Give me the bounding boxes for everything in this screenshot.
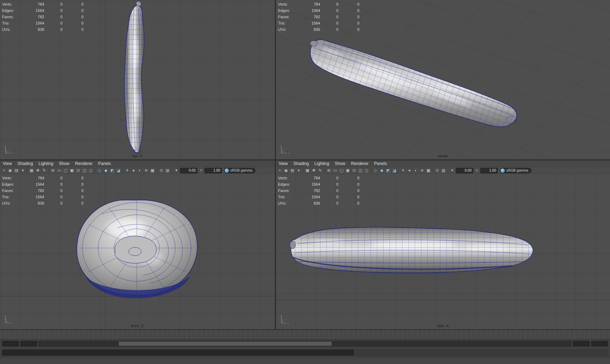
grease-pencil-icon[interactable]: ✎ (317, 168, 323, 173)
safe-title-icon[interactable]: ◻ (88, 168, 94, 173)
lights-icon[interactable]: ☀ (400, 168, 406, 173)
exposure-field[interactable]: 0.00 (456, 168, 473, 173)
hud-stat-col3: 0 (62, 8, 83, 13)
color-management-icon (225, 169, 229, 173)
bookmarks-icon[interactable]: ▾ (20, 168, 26, 173)
film-gate-icon[interactable]: ▭ (56, 168, 62, 173)
default-material-icon[interactable]: ◪ (116, 168, 121, 173)
shadows-icon[interactable]: ● (407, 168, 412, 173)
multisample-icon[interactable]: ▩ (150, 168, 155, 173)
safe-action-icon[interactable]: ◫ (358, 168, 363, 173)
gamma-icon[interactable]: ✧ (474, 168, 480, 173)
gate-mask-icon[interactable]: ▣ (69, 168, 75, 173)
menu-lighting[interactable]: Lighting (39, 161, 53, 166)
toolbar-separator (399, 168, 399, 173)
select-camera-icon[interactable]: ⌖ (277, 168, 283, 173)
field-chart-icon[interactable]: ⊡ (351, 168, 357, 173)
shaded-icon[interactable]: ◆ (379, 168, 385, 173)
range-slider[interactable] (39, 341, 571, 346)
menu-lighting[interactable]: Lighting (314, 161, 329, 166)
menu-panels[interactable]: Panels (98, 161, 111, 166)
lock-camera-icon[interactable]: ◉ (283, 168, 289, 173)
hud-row: Tris:156400 (278, 194, 359, 200)
menu-panels[interactable]: Panels (374, 161, 387, 166)
hud-stat-col2: 0 (44, 15, 62, 19)
exposure-field[interactable]: 0.00 (180, 168, 197, 173)
camera-attributes-icon[interactable]: ▤ (290, 168, 295, 173)
heads-up-display: Verts:78400Edges:156400Faces:78200Tris:1… (2, 175, 83, 206)
occlusion-icon[interactable]: ◐ (413, 168, 419, 173)
grid-icon[interactable]: ⊞ (326, 168, 332, 173)
hud-stat-value: 1564 (25, 8, 44, 13)
isolate-select-icon[interactable]: ⊙ (158, 168, 164, 173)
gamma-icon[interactable]: ✧ (198, 168, 204, 173)
textured-icon[interactable]: ◩ (109, 168, 115, 173)
xray-icon[interactable]: ▥ (165, 168, 170, 173)
lock-camera-icon[interactable]: ◉ (7, 168, 13, 173)
safe-title-icon[interactable]: ◻ (364, 168, 370, 173)
pan-zoom-icon[interactable]: ✥ (311, 168, 317, 173)
exposure-icon[interactable]: ✦ (174, 168, 179, 173)
default-material-icon[interactable]: ◪ (392, 168, 397, 173)
playback-end-field[interactable] (591, 341, 608, 346)
pan-zoom-icon[interactable]: ✥ (35, 168, 41, 173)
menu-renderer[interactable]: Renderer (351, 161, 368, 166)
xray-icon[interactable]: ▥ (441, 168, 446, 173)
menu-shading[interactable]: Shading (18, 161, 33, 166)
shaded-icon[interactable]: ◆ (103, 168, 109, 173)
shadows-icon[interactable]: ● (131, 168, 136, 173)
gate-mask-icon[interactable]: ▣ (345, 168, 351, 173)
menu-shading[interactable]: Shading (293, 161, 309, 166)
hud-stat-col3: 0 (338, 8, 359, 13)
hud-stat-col3: 0 (62, 195, 83, 199)
safe-action-icon[interactable]: ◫ (82, 168, 87, 173)
hud-stat-value: 1564 (300, 195, 320, 199)
viewport-front[interactable]: Verts:78400Edges:156400Faces:78200Tris:1… (0, 174, 275, 329)
image-plane-icon[interactable]: ▦ (29, 168, 34, 173)
view-transform-chip[interactable]: sRGB gamma (500, 168, 531, 173)
menu-show[interactable]: Show (59, 161, 69, 166)
hud-stat-col3: 0 (62, 176, 83, 180)
grease-pencil-icon[interactable]: ✎ (41, 168, 47, 173)
menu-view[interactable]: View (279, 161, 288, 166)
time-slider[interactable] (0, 330, 610, 339)
menu-show[interactable]: Show (335, 161, 345, 166)
select-camera-icon[interactable]: ⌖ (1, 168, 7, 173)
range-slider-handle[interactable] (119, 342, 332, 346)
film-gate-icon[interactable]: ▭ (332, 168, 338, 173)
animation-end-field[interactable] (573, 341, 590, 346)
gamma-field[interactable]: 1.00 (204, 168, 222, 173)
command-line-input[interactable] (2, 350, 354, 356)
viewport-top[interactable]: Verts:78400Edges:156400Faces:78200Tris:1… (0, 0, 275, 159)
camera-attributes-icon[interactable]: ▤ (14, 168, 19, 173)
lights-icon[interactable]: ☀ (124, 168, 130, 173)
field-chart-icon[interactable]: ⊡ (75, 168, 81, 173)
resolution-gate-icon[interactable]: ▢ (339, 168, 344, 173)
motion-blur-icon[interactable]: ≋ (143, 168, 149, 173)
image-plane-icon[interactable]: ▦ (305, 168, 310, 173)
multisample-icon[interactable]: ▩ (426, 168, 431, 173)
wireframe-icon[interactable]: ◇ (373, 168, 378, 173)
resolution-gate-icon[interactable]: ▢ (63, 168, 68, 173)
hud-stat-col2: 0 (44, 21, 62, 25)
menu-renderer[interactable]: Renderer (75, 161, 93, 166)
motion-blur-icon[interactable]: ≋ (419, 168, 425, 173)
hud-stat-label: Tris: (278, 21, 300, 25)
grid-icon[interactable]: ⊞ (50, 168, 56, 173)
menu-view[interactable]: View (3, 161, 12, 166)
playback-start-field[interactable] (2, 341, 19, 346)
bookmarks-icon[interactable]: ▾ (296, 168, 301, 173)
exposure-icon[interactable]: ✦ (449, 168, 455, 173)
viewport-persp[interactable]: Verts:78400Edges:156400Faces:78200Tris:1… (276, 0, 610, 159)
isolate-select-icon[interactable]: ⊙ (434, 168, 440, 173)
textured-icon[interactable]: ◩ (385, 168, 391, 173)
hud-stat-col2: 0 (320, 201, 338, 205)
viewport-side[interactable]: Verts:78400Edges:156400Faces:78200Tris:1… (276, 174, 610, 329)
view-transform-chip[interactable]: sRGB gamma (224, 168, 256, 173)
hud-stat-label: Edges: (278, 8, 300, 13)
gamma-field[interactable]: 1.00 (480, 168, 498, 173)
hud-stat-col2: 0 (44, 182, 62, 186)
occlusion-icon[interactable]: ◐ (137, 168, 143, 173)
wireframe-icon[interactable]: ◇ (97, 168, 102, 173)
animation-start-field[interactable] (20, 341, 37, 346)
